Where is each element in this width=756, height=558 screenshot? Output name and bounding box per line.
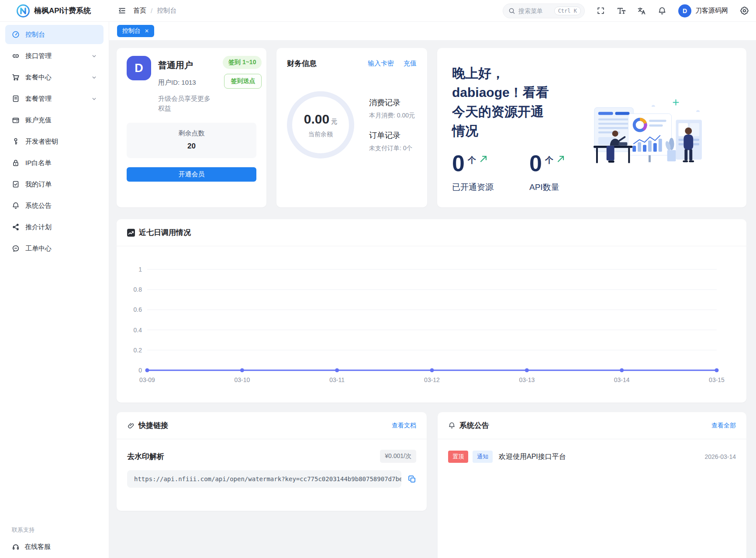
tab-close-icon[interactable]: ✕ [145, 28, 149, 34]
sidebar-collapse-icon[interactable] [118, 7, 126, 15]
breadcrumb: 首页 / 控制台 [133, 7, 176, 15]
share-icon [12, 223, 20, 231]
sidebar-item-label: 套餐管理 [25, 95, 52, 103]
sidebar-item-announcements[interactable]: 系统公告 [5, 196, 104, 215]
tab-dashboard[interactable]: 控制台 ✕ [117, 25, 154, 37]
y-tick-label: 1 [138, 266, 142, 273]
translate-icon[interactable] [637, 7, 646, 15]
topbar-actions: Ctrl K D 刀客源码网 [503, 3, 756, 18]
sidebar-item-label: 推介计划 [25, 223, 52, 231]
y-tick-label: 0.2 [134, 347, 142, 354]
settings-gear-icon[interactable] [740, 6, 749, 15]
quick-links-card: 快捷链接 查看文档 去水印解析 ¥0.001/次 https://api.nfi… [117, 412, 427, 511]
recharge-link[interactable]: 充值 [404, 59, 417, 68]
upgrade-hint: 升级会员享受更多权益 [158, 94, 216, 113]
fullscreen-icon[interactable] [597, 7, 605, 15]
sidebar-footer: 联系支持 在线客服 [12, 526, 51, 551]
order-detail: 未支付订单: 0个 [369, 145, 415, 152]
chevron-down-icon[interactable] [91, 96, 97, 102]
enter-card-key-link[interactable]: 输入卡密 [368, 59, 394, 68]
trend-chart-icon [127, 229, 135, 237]
chat-icon [12, 245, 20, 252]
y-tick-label: 0 [138, 367, 142, 374]
sidebar-item-package-center[interactable]: 套餐中心 [5, 68, 104, 87]
chevron-down-icon[interactable] [91, 53, 97, 59]
y-tick-label: 0.6 [134, 306, 142, 313]
sidebar-item-package-management[interactable]: 套餐管理 [5, 89, 104, 108]
announcement-title: 欢迎使用API接口平台 [499, 452, 700, 462]
view-all-link[interactable]: 查看全部 [711, 422, 736, 430]
document-list-icon [12, 95, 20, 103]
calls-chart[interactable]: 00.20.40.60.8103-0903-1003-1103-1203-130… [117, 246, 746, 394]
x-tick-label: 03-13 [519, 376, 535, 383]
x-tick-label: 03-09 [139, 376, 155, 383]
trend-up-arrow-icon [479, 155, 488, 163]
sidebar-item-ticket-center[interactable]: 工单中心 [5, 239, 104, 258]
quick-links-title: 快捷链接 [138, 420, 168, 431]
consume-detail: 本月消费: 0.00元 [369, 112, 415, 120]
sidebar-item-label: 我的订单 [25, 180, 52, 189]
font-size-icon[interactable] [617, 7, 625, 15]
notification-bell-icon[interactable] [658, 7, 666, 15]
y-tick-label: 0.8 [134, 286, 142, 293]
app-title: 楠枫API计费系统 [34, 6, 91, 16]
chevron-down-icon[interactable] [91, 75, 97, 80]
announcement-row[interactable]: 置顶 通知 欢迎使用API接口平台 2026-03-14 [448, 451, 736, 463]
chart-point [145, 369, 149, 372]
stat-unit: 个 [545, 155, 553, 166]
api-link-icon [12, 52, 20, 60]
calls-chart-card: 近七日调用情况 00.20.40.60.8103-0903-1003-1103-… [117, 219, 746, 403]
consume-record: 消费记录 本月消费: 0.00元 [369, 97, 415, 120]
link-icon [127, 422, 135, 429]
user-avatar[interactable]: D [678, 4, 691, 17]
main-area: 控制台 ✕ D 普通用户 用户ID: 1013 升级会员享受更多权益 [109, 22, 756, 558]
announcements-title: 系统公告 [459, 420, 489, 431]
sidebar-item-ip-whitelist[interactable]: IP白名单 [5, 153, 104, 172]
stat-api-count: 0 个 API数量 [529, 152, 565, 193]
sidebar-item-account-recharge[interactable]: 账户充值 [5, 110, 104, 130]
sidebar-item-dashboard[interactable]: 控制台 [5, 25, 104, 44]
chart-point [525, 369, 529, 372]
api-name: 去水印解析 [127, 451, 164, 462]
user-menu[interactable]: D 刀客源码网 [678, 4, 728, 17]
greeting-card: 晚上好，dabiaoge！看看今天的资源开通情况 0 个 已开通资源 [437, 48, 746, 207]
view-docs-link[interactable]: 查看文档 [392, 422, 416, 430]
breadcrumb-home[interactable]: 首页 [133, 7, 146, 15]
user-card-avatar: D [127, 56, 151, 80]
balance-ring: 0.00元 当前余额 [287, 91, 354, 158]
breadcrumb-area: 首页 / 控制台 [109, 7, 176, 15]
points-box: 剩余点数 20 [127, 123, 256, 158]
sidebar-item-developer-keys[interactable]: 开发者密钥 [5, 132, 104, 151]
order-title: 订单记录 [369, 130, 415, 141]
chart-point [335, 369, 339, 372]
online-support-label: 在线客服 [24, 543, 51, 551]
stat-value: 0 [452, 152, 465, 175]
sidebar-item-label: 套餐中心 [25, 73, 52, 82]
open-membership-button[interactable]: 开通会员 [127, 167, 256, 182]
x-tick-label: 03-11 [329, 376, 345, 383]
sidebar-item-label: 控制台 [25, 31, 45, 39]
api-url-field[interactable]: https://api.nfiii.com/api/open/watermark… [127, 470, 401, 488]
announcement-date: 2026-03-14 [704, 453, 736, 460]
sidebar-item-label: 工单中心 [25, 245, 52, 253]
bell-icon [12, 202, 20, 210]
copy-icon[interactable] [408, 475, 416, 483]
topbar: 楠枫API计费系统 首页 / 控制台 Ctrl K [0, 0, 756, 22]
sidebar-item-api-management[interactable]: 接口管理 [5, 46, 104, 65]
x-tick-label: 03-15 [709, 376, 725, 383]
cart-icon [12, 73, 20, 81]
key-icon [12, 138, 20, 145]
chart-title: 近七日调用情况 [139, 227, 191, 238]
points-value: 20 [131, 142, 252, 151]
notice-badge: 通知 [473, 451, 493, 463]
order-check-icon [12, 180, 20, 188]
sidebar-item-referral-plan[interactable]: 推介计划 [5, 217, 104, 237]
stat-opened-resources: 0 个 已开通资源 [452, 152, 494, 193]
online-support-link[interactable]: 在线客服 [12, 543, 51, 551]
finance-title: 财务信息 [287, 59, 317, 69]
stat-unit: 个 [468, 155, 476, 166]
search-input[interactable] [518, 7, 551, 14]
sign-in-button[interactable]: 签到送点 [224, 74, 262, 89]
sidebar-item-my-orders[interactable]: 我的订单 [5, 175, 104, 194]
menu-search[interactable]: Ctrl K [503, 3, 585, 18]
